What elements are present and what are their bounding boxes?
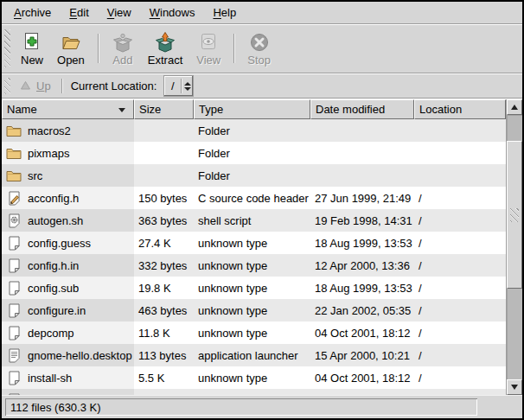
column-header-location[interactable]: Location — [414, 99, 506, 119]
cell-size: 5.5 K — [134, 366, 194, 389]
menu-edit[interactable]: Edit — [62, 3, 95, 22]
cell-type: unknown type — [194, 277, 310, 299]
scroll-down-button[interactable] — [507, 379, 522, 395]
column-header-label: Date modified — [316, 103, 385, 116]
file-name: acconfig.h — [28, 192, 79, 205]
cell-location: / — [414, 254, 506, 277]
file-plain-icon — [6, 326, 22, 340]
column-header-type[interactable]: Type — [194, 99, 310, 119]
file-row-gnome-hello.desktop[interactable]: gnome-hello.desktop113 bytesapplication … — [2, 344, 506, 366]
cell-location: / — [414, 321, 506, 344]
cell-date-modified — [310, 119, 414, 142]
cell-name: acconfig.h — [2, 187, 134, 209]
file-row-src[interactable]: srcFolder — [2, 164, 506, 187]
cell-size — [134, 142, 194, 164]
cell-type: Folder — [194, 119, 310, 142]
view-file-icon — [197, 31, 220, 54]
location-bar-separator — [61, 79, 62, 93]
cell-type: unknown type — [194, 232, 310, 254]
vertical-scrollbar[interactable] — [506, 99, 522, 395]
file-row-macros2[interactable]: macros2Folder — [2, 119, 506, 142]
cell-size: 113 bytes — [134, 344, 194, 366]
cell-size: 463 bytes — [134, 299, 194, 321]
current-location-dropdown[interactable]: / — [164, 76, 193, 96]
cell-location — [414, 389, 506, 395]
file-row-configure.in[interactable]: configure.in463 bytesunknown type22 Jan … — [2, 299, 506, 321]
cell-location — [414, 164, 506, 187]
table-header: NameSizeTypeDate modifiedLocation — [2, 99, 506, 119]
file-row-partial[interactable] — [2, 389, 506, 395]
scroll-up-button[interactable] — [507, 99, 522, 115]
add-files-icon — [112, 31, 134, 54]
file-text-icon — [6, 348, 22, 363]
location-bar-grip-handle[interactable] — [4, 78, 10, 94]
menu-archive[interactable]: Archive — [7, 3, 58, 22]
current-location-label: Current Location: — [71, 80, 157, 92]
new-archive-icon — [21, 31, 43, 54]
new-button[interactable]: New — [14, 27, 50, 70]
file-plain-icon — [6, 281, 22, 296]
cell-location — [414, 119, 506, 142]
column-header-name[interactable]: Name — [2, 99, 134, 119]
scrollbar-trough[interactable] — [507, 115, 522, 379]
menu-windows[interactable]: Windows — [143, 3, 202, 22]
cell-size: 19.8 K — [134, 277, 194, 299]
file-row-config.h.in[interactable]: config.h.in332 bytesunknown type12 Apr 2… — [2, 254, 506, 277]
toolbar-grip-handle[interactable] — [4, 29, 10, 67]
column-header-label: Size — [139, 103, 161, 116]
file-list-area: NameSizeTypeDate modifiedLocation macros… — [2, 99, 522, 395]
file-plain-icon — [6, 303, 22, 318]
cell-type: shell script — [194, 209, 310, 232]
cell-type: C source code header — [194, 187, 310, 209]
cell-date-modified: 27 Jun 1999, 21:49 — [310, 187, 414, 209]
cell-location: / — [414, 277, 506, 299]
toolbar-separator — [233, 34, 234, 63]
view-button[interactable]: View — [189, 27, 227, 70]
file-name: config.h.in — [28, 259, 79, 272]
open-archive-icon — [60, 31, 82, 54]
extract-button[interactable]: Extract — [141, 27, 189, 70]
toolbar-separator — [98, 34, 99, 63]
cell-name: depcomp — [2, 321, 134, 344]
scrollbar-thumb[interactable] — [507, 141, 522, 289]
file-name: src — [28, 169, 42, 182]
cell-location: / — [414, 187, 506, 209]
archive-manager-window: ArchiveEditViewWindowsHelp NewOpenAddExt… — [0, 0, 524, 420]
add-button[interactable]: Add — [105, 27, 141, 70]
file-row-install-sh[interactable]: install-sh5.5 Kunknown type04 Oct 2001, … — [2, 366, 506, 389]
menu-view[interactable]: View — [100, 3, 138, 22]
file-name: config.sub — [28, 282, 79, 295]
file-name: config.guess — [28, 237, 91, 250]
file-row-autogen.sh[interactable]: autogen.sh363 bytesshell script19 Feb 19… — [2, 209, 506, 232]
file-row-config.guess[interactable]: config.guess27.4 Kunknown type18 Aug 199… — [2, 232, 506, 254]
menu-help[interactable]: Help — [206, 3, 243, 22]
file-row-depcomp[interactable]: depcomp11.8 Kunknown type04 Oct 2001, 18… — [2, 321, 506, 344]
file-row-config.sub[interactable]: config.sub19.8 Kunknown type18 Aug 1999,… — [2, 277, 506, 299]
cell-date-modified: 19 Feb 1998, 14:31 — [310, 209, 414, 232]
up-arrow-icon — [19, 79, 32, 93]
column-header-date-modified[interactable]: Date modified — [310, 99, 414, 119]
cell-size: 11.8 K — [134, 321, 194, 344]
folder-icon — [6, 147, 22, 160]
cell-location: / — [414, 344, 506, 366]
up-button-label: Up — [36, 80, 51, 92]
file-name: macros2 — [28, 124, 71, 137]
dropdown-arrows-icon — [182, 76, 193, 96]
column-header-size[interactable]: Size — [134, 99, 194, 119]
cell-location: / — [414, 209, 506, 232]
stop-icon — [248, 31, 271, 54]
column-header-label: Location — [419, 103, 462, 116]
file-row-acconfig.h[interactable]: acconfig.h150 bytesC source code header2… — [2, 187, 506, 209]
toolbar-button-label: Stop — [247, 54, 271, 67]
file-row-pixmaps[interactable]: pixmapsFolder — [2, 142, 506, 164]
cell-size: 363 bytes — [134, 209, 194, 232]
cell-size — [134, 164, 194, 187]
cell-name: macros2 — [2, 119, 134, 142]
toolbar: NewOpenAddExtractViewStop — [2, 24, 522, 73]
cell-date-modified: 12 Apr 2000, 13:36 — [310, 254, 414, 277]
stop-button[interactable]: Stop — [240, 27, 278, 70]
file-name: autogen.sh — [28, 214, 83, 227]
menu-bar: ArchiveEditViewWindowsHelp — [2, 2, 522, 24]
up-button[interactable]: Up — [14, 77, 56, 95]
open-button[interactable]: Open — [50, 27, 92, 70]
